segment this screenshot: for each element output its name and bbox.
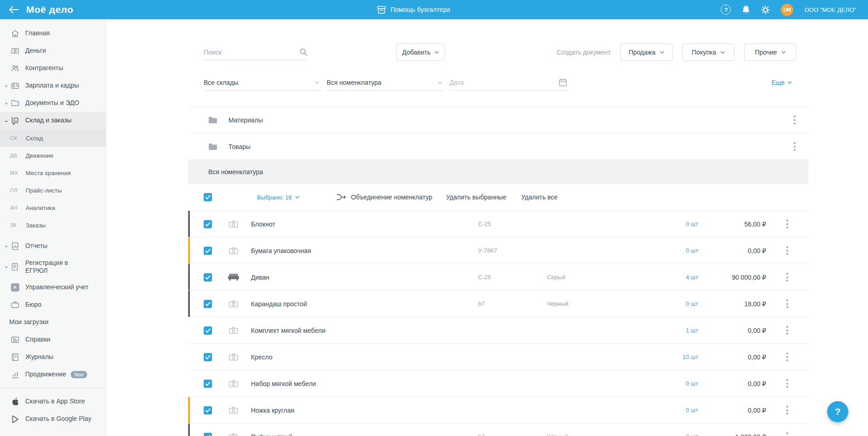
app-logo[interactable]: Моё дело xyxy=(26,4,73,15)
product-row[interactable]: Кресло 10 шт 0,00 ₽ xyxy=(188,344,808,370)
product-name[interactable]: Набор мягкой мебели xyxy=(251,380,478,387)
sale-button[interactable]: Продажа xyxy=(620,44,673,61)
sidebar-item-bureau[interactable]: Бюро xyxy=(0,296,106,314)
sidebar-item-reports[interactable]: + Отчеты xyxy=(0,237,106,255)
expand-icon[interactable]: + xyxy=(5,264,11,270)
help-icon[interactable]: ? xyxy=(721,5,731,15)
accountant-help-link[interactable]: Помощь бухгалтера xyxy=(106,6,721,14)
sidebar-subitem-movement[interactable]: ДВ Движение xyxy=(0,147,106,164)
search-input[interactable] xyxy=(204,49,300,56)
expand-icon[interactable]: + xyxy=(5,83,11,89)
date-filter-field[interactable] xyxy=(450,74,568,91)
sidebar-subitem-analytics[interactable]: АН Аналитика xyxy=(0,199,106,216)
selected-count-dropdown[interactable]: Выбрано: 16 xyxy=(257,194,300,201)
delete-all-action[interactable]: Удалить все xyxy=(521,193,557,201)
sidebar-subitem-storage-places[interactable]: МХ Места хранения xyxy=(0,164,106,182)
sidebar-item-promotion[interactable]: Продвижение New xyxy=(0,366,106,383)
other-button[interactable]: Прочие xyxy=(744,44,796,61)
expand-icon[interactable]: + xyxy=(5,100,11,107)
product-name[interactable]: Карандаш простой xyxy=(251,300,478,308)
product-name[interactable]: Ножка круглая xyxy=(251,407,478,414)
folder-row-materials[interactable]: Материалы xyxy=(188,107,808,133)
product-quantity-link[interactable]: 4 шт xyxy=(639,274,698,281)
delete-selected-action[interactable]: Удалить выбранные xyxy=(446,193,506,201)
help-fab-button[interactable]: ? xyxy=(827,401,848,422)
date-input[interactable] xyxy=(450,79,541,86)
product-row[interactable]: Бумага упаковочная У-7867 0 шт 0,00 ₽ xyxy=(188,237,808,264)
row-menu-icon[interactable] xyxy=(784,376,791,392)
sidebar-item-documents[interactable]: + Документы и ЭДО xyxy=(0,94,106,112)
product-quantity-link[interactable]: 0 шт xyxy=(639,247,698,254)
row-checkbox[interactable] xyxy=(204,247,212,255)
product-row[interactable]: Диван С-25 Серый 4 шт 90 000,00 ₽ xyxy=(188,264,808,291)
sidebar-subitem-price-lists[interactable]: ПЛ Прайс-листы xyxy=(0,182,106,199)
sidebar-item-journals[interactable]: Журналы xyxy=(0,348,106,366)
nomenclature-filter-select[interactable]: Вся номенклатура xyxy=(327,74,444,91)
product-name[interactable]: Бумага упаковочная xyxy=(251,247,478,254)
product-row[interactable]: Ножка круглая 0 шт 0,00 ₽ xyxy=(188,397,808,424)
row-menu-icon[interactable] xyxy=(784,270,791,285)
product-row[interactable]: Пуфик мягкий b7 Чёрный 3 шт 1 900,00 ₽ xyxy=(188,424,808,436)
product-name[interactable]: Блокнот xyxy=(251,221,478,228)
product-quantity-link[interactable]: 10 шт xyxy=(639,353,698,360)
company-name[interactable]: ООО "МОЕ ДЕЛО" xyxy=(804,6,856,13)
row-menu-icon[interactable] xyxy=(791,112,798,128)
row-menu-icon[interactable] xyxy=(784,296,791,312)
merge-nomenclature-action[interactable]: Объединение номенклатур xyxy=(336,193,432,201)
product-quantity-link[interactable]: 1 шт xyxy=(639,327,698,334)
product-name[interactable]: Диван xyxy=(251,274,478,281)
row-checkbox[interactable] xyxy=(204,273,212,281)
search-field[interactable] xyxy=(204,44,307,60)
product-name[interactable]: Пуфик мягкий xyxy=(251,433,478,436)
sidebar-item-main[interactable]: Главная xyxy=(0,25,106,42)
sidebar-item-management-accounting[interactable]: Р. Управленческий учет xyxy=(0,279,106,296)
expand-icon[interactable]: + xyxy=(5,243,11,250)
folder-row-goods[interactable]: Товары xyxy=(188,133,808,160)
avatar[interactable]: ОМ xyxy=(781,4,793,16)
row-menu-icon[interactable] xyxy=(791,139,798,155)
select-all-checkbox[interactable] xyxy=(204,193,212,201)
product-quantity-link[interactable]: 0 шт xyxy=(639,380,698,387)
row-checkbox[interactable] xyxy=(204,353,212,361)
sidebar-item-references[interactable]: Справки xyxy=(0,331,106,348)
search-icon[interactable] xyxy=(300,48,307,56)
calendar-icon[interactable] xyxy=(559,78,567,87)
purchase-button[interactable]: Покупка xyxy=(682,44,734,61)
sidebar-item-money[interactable]: Деньги xyxy=(0,42,106,60)
product-name[interactable]: Кресло xyxy=(251,353,478,361)
row-menu-icon[interactable] xyxy=(784,216,791,232)
sidebar-item-contractors[interactable]: Контрагенты xyxy=(0,60,106,77)
back-icon[interactable] xyxy=(9,6,19,13)
add-button[interactable]: Добавить xyxy=(396,44,445,61)
product-row[interactable]: Набор мягкой мебели 0 шт 0,00 ₽ xyxy=(188,370,808,397)
sidebar-item-google-play[interactable]: Скачать в Google Play xyxy=(0,410,106,428)
warehouse-filter-select[interactable]: Все склады xyxy=(204,74,321,91)
product-quantity-link[interactable]: 0 шт xyxy=(639,407,698,414)
sidebar-subitem-orders[interactable]: ЗК Заказы xyxy=(0,216,106,234)
row-menu-icon[interactable] xyxy=(784,429,791,436)
row-checkbox[interactable] xyxy=(204,326,212,335)
product-row[interactable]: Блокнот С-25 0 шт 56,00 ₽ xyxy=(188,211,808,237)
sidebar-item-salary[interactable]: + Зарплата и кадры xyxy=(0,77,106,94)
settings-icon[interactable] xyxy=(761,6,770,14)
sidebar-item-app-store[interactable]: Скачать в App Store xyxy=(0,393,106,410)
row-menu-icon[interactable] xyxy=(784,323,791,338)
row-checkbox[interactable] xyxy=(204,406,212,414)
product-row[interactable]: Комплект мягкой мебели 1 шт 0,00 ₽ xyxy=(188,317,808,344)
collapse-icon[interactable]: – xyxy=(5,117,11,124)
row-menu-icon[interactable] xyxy=(784,349,791,365)
sidebar-subitem-stock[interactable]: СК Склад xyxy=(0,129,106,147)
sidebar-item-warehouse[interactable]: – Склад и заказы xyxy=(0,112,106,129)
sidebar-item-egrul-registration[interactable]: + Регистрация в ЕГРЮЛ xyxy=(0,255,106,279)
row-checkbox[interactable] xyxy=(204,220,212,228)
row-checkbox[interactable] xyxy=(204,433,212,436)
sidebar-item-my-downloads[interactable]: Мои загрузки xyxy=(0,314,106,331)
notifications-icon[interactable] xyxy=(742,5,750,14)
row-menu-icon[interactable] xyxy=(784,403,791,418)
product-quantity-link[interactable]: 3 шт xyxy=(639,433,698,436)
product-quantity-link[interactable]: 0 шт xyxy=(639,300,698,307)
product-name[interactable]: Комплект мягкой мебели xyxy=(251,327,478,334)
more-filters-link[interactable]: Еще xyxy=(772,79,792,86)
row-checkbox[interactable] xyxy=(204,380,212,388)
product-photo-thumbnail[interactable] xyxy=(228,273,239,281)
